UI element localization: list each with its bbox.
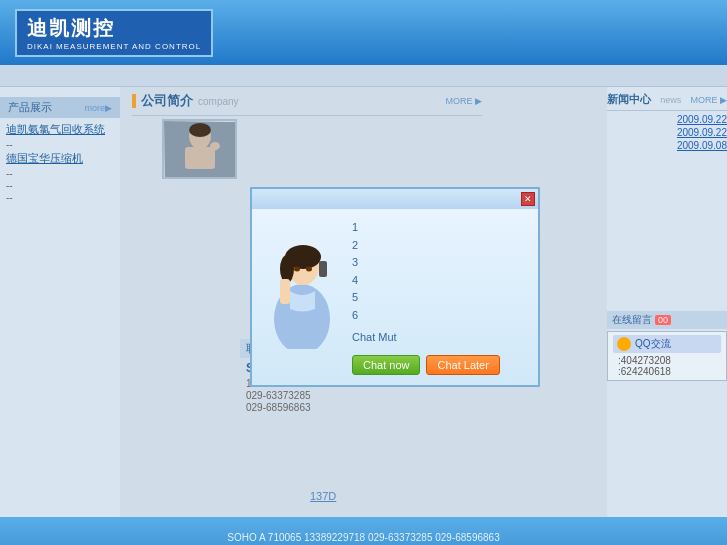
news-title-en: news	[660, 95, 681, 105]
chat-popup-header: ✕	[252, 189, 538, 209]
chat-mut-label: Chat Mut	[352, 331, 528, 343]
news-item-2[interactable]: 2009.09.22	[607, 127, 727, 138]
online-title-label: 在线留言	[612, 313, 652, 327]
online-title: 在线留言 00	[607, 311, 727, 329]
chat-num-3: 3	[352, 254, 528, 272]
logo: 迪凯测控 DIKAI MEASUREMENT AND CONTROL	[15, 9, 213, 57]
footer-line-1: SOHO A 710065 13389229718 029-63373285 0…	[227, 532, 499, 543]
logo-en: DIKAI MEASUREMENT AND CONTROL	[27, 42, 201, 51]
chat-num-2: 2	[352, 237, 528, 255]
news-more-link[interactable]: MORE ▶	[690, 95, 727, 105]
nav-bar	[0, 65, 727, 87]
qq-number-2: :624240618	[618, 366, 721, 377]
company-section: 公司简介 company MORE ▶	[132, 92, 482, 179]
center-area: 公司简介 company MORE ▶	[120, 87, 607, 517]
contact-phone-2: 029-63373285	[246, 390, 484, 401]
svg-rect-13	[280, 279, 290, 304]
qq-icon	[617, 337, 631, 351]
company-more-link[interactable]: MORE ▶	[445, 96, 482, 106]
news-section: 新闻中心 news MORE ▶ 2009.09.22 2009.09.22 2…	[607, 92, 727, 151]
chat-numbers: 1 2 3 4 5 6	[352, 219, 528, 325]
chat-num-1: 1	[352, 219, 528, 237]
product-more-link[interactable]: more▶	[84, 103, 112, 113]
product-sub-2: --	[6, 168, 114, 179]
news-title-row: 新闻中心 news MORE ▶	[607, 92, 727, 107]
company-divider	[132, 115, 482, 116]
chat-now-button[interactable]: Chat now	[352, 355, 420, 375]
qq-chat-box: QQ交流 :404273208 :624240618	[607, 331, 727, 381]
online-badge: 00	[655, 315, 671, 325]
chat-popup-body: 1 2 3 4 5 6 Chat Mut Chat now Chat Later	[252, 209, 538, 385]
company-title-cn: 公司简介	[141, 92, 193, 110]
orange-accent-bar	[132, 94, 136, 108]
header: 迪凯测控 DIKAI MEASUREMENT AND CONTROL	[0, 0, 727, 65]
product-title-label: 产品展示	[8, 100, 52, 115]
qq-number-1: :404273208	[618, 355, 721, 366]
person-image-svg	[165, 122, 235, 177]
svg-point-4	[210, 142, 220, 150]
contact-phone-3: 029-68596863	[246, 402, 484, 413]
company-title-row: 公司简介 company MORE ▶	[132, 92, 482, 110]
online-section-wrapper: 在线留言 00 QQ交流 :404273208 :624240618	[607, 311, 727, 381]
svg-point-5	[189, 123, 211, 137]
svg-rect-12	[319, 261, 327, 277]
product-extra-2: --	[6, 192, 114, 203]
product-sub-1: --	[6, 139, 114, 150]
qq-label: QQ交流	[635, 337, 671, 351]
chat-num-5: 5	[352, 289, 528, 307]
chat-content: 1 2 3 4 5 6 Chat Mut Chat now Chat Later	[342, 219, 528, 375]
main-content: 产品展示 more▶ 迪凯氨氯气回收系统 -- 德国宝华压缩机 -- -- --…	[0, 87, 727, 517]
product-item-2[interactable]: 德国宝华压缩机	[6, 151, 114, 166]
qq-item-label[interactable]: QQ交流	[613, 335, 721, 353]
svg-point-10	[294, 267, 300, 272]
chat-num-4: 4	[352, 272, 528, 290]
chat-popup: ✕	[250, 187, 540, 387]
chat-buttons: Chat now Chat Later	[352, 355, 528, 375]
chat-later-button[interactable]: Chat Later	[426, 355, 499, 375]
right-sidebar: 新闻中心 news MORE ▶ 2009.09.22 2009.09.22 2…	[607, 87, 727, 517]
chat-avatar	[262, 219, 342, 349]
news-title-cn: 新闻中心	[607, 92, 651, 107]
news-divider	[607, 110, 727, 111]
logo-cn: 迪凯测控	[27, 15, 201, 42]
left-sidebar: 产品展示 more▶ 迪凯氨氯气回收系统 -- 德国宝华压缩机 -- -- --	[0, 87, 120, 517]
product-section-title: 产品展示 more▶	[0, 97, 120, 118]
svg-point-9	[280, 255, 294, 283]
chat-num-6: 6	[352, 307, 528, 325]
footer: SOHO A 710065 13389229718 029-63373285 0…	[0, 517, 727, 545]
chat-lady-svg	[265, 229, 340, 349]
news-item-1[interactable]: 2009.09.22	[607, 114, 727, 125]
product-item-1[interactable]: 迪凯氨氯气回收系统	[6, 122, 114, 137]
company-image	[162, 119, 237, 179]
news-item-3[interactable]: 2009.09.08	[607, 140, 727, 151]
product-list: 迪凯氨氯气回收系统 -- 德国宝华压缩机 -- -- --	[0, 118, 120, 208]
company-title-en: company	[198, 96, 239, 107]
product-extra-1: --	[6, 180, 114, 191]
svg-point-11	[306, 267, 312, 272]
chat-close-button[interactable]: ✕	[521, 192, 535, 206]
label-137d: 137D	[310, 490, 336, 502]
